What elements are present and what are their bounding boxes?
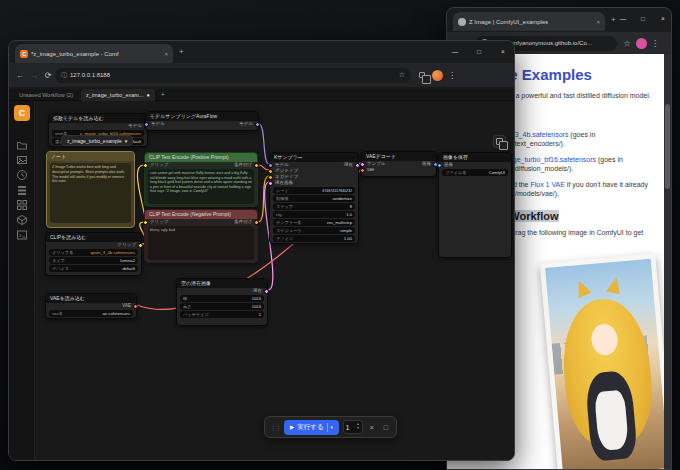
- run-button[interactable]: ▶ 実行する ▾: [284, 420, 339, 435]
- output-slot-model[interactable]: モデル: [239, 121, 253, 127]
- docs-maximize-button[interactable]: □: [635, 10, 651, 26]
- main-menu-icon[interactable]: ⋮: [448, 71, 456, 80]
- flux-vae-link[interactable]: Flux 1 VAE: [530, 181, 565, 188]
- example-workflow-image[interactable]: [540, 253, 672, 470]
- workflow-name-dropdown[interactable]: z_image_turbo_example ▾: [61, 135, 133, 146]
- main-minimize-button[interactable]: —: [447, 43, 463, 59]
- input-slot-latent-image[interactable]: 潜在画像: [275, 180, 293, 186]
- node-title[interactable]: モデルサンプリングAuraFlow: [146, 112, 258, 121]
- output-slot-image[interactable]: 画像: [422, 161, 431, 167]
- node-note[interactable]: ノート Z Image Turbo works best with long a…: [46, 151, 135, 228]
- node-ksampler[interactable]: Kサンプラー モデル潜在 ポジティブ ネガティブ 潜在画像 シード6746741…: [269, 152, 359, 244]
- seed-widget[interactable]: シード674674117840232: [273, 187, 355, 194]
- docs-browser-tab[interactable]: Z Image | ComfyUI_examples ×: [453, 12, 605, 31]
- node-empty-latent-image[interactable]: 空の潜在画像 潜在 幅1024 高さ1024 バッチサイズ1: [176, 278, 268, 326]
- control-after-generate-widget[interactable]: 制御後randomize: [273, 195, 355, 202]
- main-maximize-button[interactable]: □: [471, 43, 487, 59]
- node-title[interactable]: VAEデコード: [362, 152, 436, 161]
- stepper-arrows-icon[interactable]: ▲▼: [356, 423, 359, 430]
- new-workflow-tab-button[interactable]: +: [161, 91, 165, 98]
- clip-name-widget[interactable]: クリップ名qwen_3_4b.safetensors: [49, 249, 138, 256]
- drag-handle-icon[interactable]: ⋮⋮: [270, 424, 280, 431]
- batch-size-widget[interactable]: バッチサイズ1: [180, 311, 264, 318]
- output-slot-conditioning[interactable]: 条件付け: [234, 219, 252, 225]
- clip-type-widget[interactable]: タイプlumina2: [49, 257, 138, 264]
- height-widget[interactable]: 高さ1024: [180, 303, 264, 310]
- steps-widget[interactable]: ステップ8: [273, 203, 355, 210]
- node-title[interactable]: 空の潜在画像: [177, 279, 267, 288]
- main-new-tab-button[interactable]: +: [179, 47, 184, 57]
- docs-profile-avatar[interactable]: [636, 38, 647, 49]
- input-slot-image[interactable]: 画像: [444, 162, 453, 168]
- cfg-widget[interactable]: cfg1.0: [273, 211, 355, 218]
- input-slot-clip[interactable]: クリップ: [150, 219, 168, 225]
- main-close-button[interactable]: ×: [495, 43, 511, 59]
- vae-name-widget[interactable]: vae名ae.safetensors: [49, 310, 133, 317]
- docs-tab-close-icon[interactable]: ×: [596, 19, 600, 25]
- back-icon[interactable]: ←: [13, 71, 27, 80]
- workflow-tab-active[interactable]: z_image_turbo_exam... ●: [81, 89, 155, 101]
- main-profile-avatar[interactable]: [432, 70, 443, 81]
- node-title[interactable]: Kサンプラー: [270, 153, 358, 162]
- node-graph-canvas[interactable]: 拡散モデルを読み込む モデル unet名z_image_turbo_bf16.s…: [35, 101, 514, 460]
- docs-menu-icon[interactable]: ⋮: [651, 39, 659, 48]
- output-slot-vae[interactable]: VAE: [122, 303, 131, 309]
- batch-count-stepper[interactable]: 1 ▲▼: [343, 420, 363, 434]
- run-options-chevron-icon[interactable]: ▾: [331, 425, 333, 430]
- docs-bookmark-star-icon[interactable]: ☆: [620, 39, 634, 48]
- node-title[interactable]: CLIPを読み込む: [46, 233, 141, 242]
- node-save-image[interactable]: 画像を保存 画像 ファイル名ComfyUI: [438, 152, 512, 258]
- node-model-sampling[interactable]: モデルサンプリングAuraFlow モデルモデル: [145, 111, 259, 131]
- output-slot-conditioning[interactable]: 条件付け: [234, 162, 252, 168]
- clip-device-widget[interactable]: デバイスdefault: [49, 265, 138, 272]
- node-title[interactable]: 画像を保存: [439, 153, 511, 162]
- bookmark-star-icon[interactable]: ☆: [399, 71, 405, 79]
- output-slot-latent[interactable]: 潜在: [344, 162, 353, 168]
- node-clip-text-encode-negative[interactable]: CLIP Text Encode (Negative Prompt) クリップ条…: [144, 209, 258, 263]
- sidebar-assets-icon[interactable]: [16, 154, 28, 166]
- output-slot-model[interactable]: モデル: [128, 123, 142, 129]
- node-vae-decode[interactable]: VAEデコード サンプル画像 vae: [361, 151, 437, 177]
- scheduler-widget[interactable]: スケジューラsimple: [273, 227, 355, 234]
- canvas-panel-toggle-button[interactable]: [493, 135, 506, 148]
- node-clip-text-encode-positive[interactable]: CLIP Text Encode (Positive Prompt) クリップ条…: [144, 152, 258, 207]
- site-info-icon[interactable]: ⓘ: [61, 71, 67, 80]
- docs-scrollbar[interactable]: [664, 54, 671, 469]
- sampler-name-widget[interactable]: サンプラー名res_multistep: [273, 219, 355, 226]
- forward-icon[interactable]: →: [27, 71, 41, 80]
- denoise-widget[interactable]: デノイズ1.00: [273, 235, 355, 242]
- node-title[interactable]: 拡散モデルを読み込む: [49, 114, 147, 123]
- scrollbar-thumb[interactable]: [665, 104, 670, 189]
- negative-prompt-text[interactable]: blurry, ugly, bad: [148, 226, 254, 260]
- output-slot-clip[interactable]: クリップ: [118, 242, 136, 248]
- output-slot-latent[interactable]: 潜在: [253, 288, 262, 294]
- node-load-clip[interactable]: CLIPを読み込む クリップ クリップ名qwen_3_4b.safetensor…: [45, 232, 142, 276]
- workflow-tab-unsaved[interactable]: Unsaved Workflow (2): [19, 92, 73, 98]
- node-title[interactable]: CLIP Text Encode (Negative Prompt): [145, 210, 257, 219]
- node-title[interactable]: VAEを読み込む: [46, 294, 136, 303]
- comfyui-logo[interactable]: C: [14, 105, 30, 121]
- width-widget[interactable]: 幅1024: [180, 295, 264, 302]
- filename-prefix-widget[interactable]: ファイル名ComfyUI: [442, 169, 508, 176]
- input-slot-clip[interactable]: クリップ: [150, 162, 168, 168]
- sidebar-node-library-icon[interactable]: [16, 199, 28, 211]
- node-title[interactable]: ノート: [47, 152, 134, 161]
- input-slot-vae[interactable]: vae: [367, 167, 374, 173]
- clear-queue-button[interactable]: ×: [367, 424, 377, 431]
- main-browser-tab[interactable]: C *z_image_turbo_example - Comf ×: [15, 44, 173, 63]
- sidebar-model-library-icon[interactable]: [16, 214, 28, 226]
- sidebar-terminal-icon[interactable]: [16, 229, 28, 241]
- note-text[interactable]: Z Image Turbo works best with long and d…: [50, 163, 131, 223]
- stop-button[interactable]: □: [381, 424, 391, 431]
- docs-minimize-button[interactable]: —: [615, 10, 631, 26]
- extensions-icon[interactable]: [415, 71, 429, 80]
- main-address-bar[interactable]: ⓘ 127.0.0.1:8188 ☆: [55, 68, 411, 83]
- sidebar-workflows-icon[interactable]: [16, 139, 28, 151]
- node-load-vae[interactable]: VAEを読み込む VAE vae名ae.safetensors: [45, 293, 137, 319]
- sidebar-history-icon[interactable]: [16, 169, 28, 181]
- positive-prompt-text[interactable]: cute anime girl with massive fluffy fenn…: [148, 169, 254, 204]
- sidebar-queue-icon[interactable]: [16, 184, 28, 196]
- refresh-icon[interactable]: ⟳: [41, 71, 55, 80]
- node-title[interactable]: CLIP Text Encode (Positive Prompt): [145, 153, 257, 162]
- input-slot-model[interactable]: モデル: [151, 121, 165, 127]
